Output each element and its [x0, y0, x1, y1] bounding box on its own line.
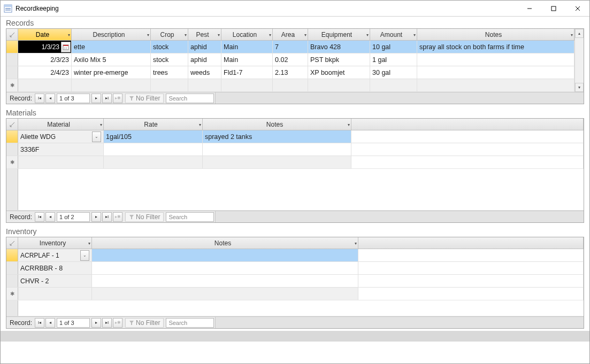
row-selector-header[interactable]	[6, 29, 18, 40]
cell-date[interactable]: 2/3/23	[18, 53, 72, 66]
cell-equipment[interactable]: Bravo 428	[308, 41, 370, 53]
cell-location[interactable]: Main	[221, 53, 273, 66]
dropdown-icon[interactable]: ▾	[355, 241, 357, 245]
cell-crop[interactable]: trees	[151, 66, 188, 79]
table-row[interactable]: CHVR - 2	[6, 275, 584, 288]
table-row[interactable]: ACRRBBR - 8	[6, 262, 584, 275]
cell-location[interactable]: Main	[221, 41, 273, 53]
dropdown-icon[interactable]: ▾	[218, 32, 220, 37]
close-button[interactable]	[565, 1, 589, 16]
cell-material[interactable]: 3336F	[18, 143, 104, 156]
table-row[interactable]: 2/3/23 Axilo Mix 5 stock aphid Main 0.02…	[6, 53, 574, 66]
next-record-button[interactable]: ▸	[91, 212, 101, 222]
cell-date[interactable]: 1/3/23	[18, 41, 72, 53]
column-header-location[interactable]: Location▾	[221, 29, 273, 40]
table-row[interactable]: 1/3/23 ette stock aphid Main 7 Bravo 428…	[6, 41, 574, 53]
new-record-row[interactable]	[6, 288, 584, 300]
row-selector[interactable]	[6, 275, 18, 287]
cell-inventory[interactable]: ACRRBBR - 8	[18, 262, 92, 274]
cell-area[interactable]: 7	[273, 41, 308, 53]
new-record-button[interactable]: ▸✱	[113, 318, 122, 328]
row-selector[interactable]	[6, 66, 18, 79]
cell-amount[interactable]: 30 gal	[370, 66, 417, 79]
cell-notes[interactable]: spray all stock on both farms if time	[417, 41, 574, 53]
row-selector[interactable]	[6, 262, 18, 274]
cell-rate[interactable]: 1gal/105	[104, 130, 203, 143]
scroll-down-button[interactable]: ▾	[575, 83, 584, 92]
column-header-date[interactable]: Date▾	[18, 29, 72, 40]
new-record-icon[interactable]	[6, 156, 18, 168]
table-row[interactable]: ACRPLAF - 1⌄	[6, 249, 584, 262]
row-selector[interactable]	[6, 53, 18, 66]
dropdown-icon[interactable]: ▾	[366, 32, 369, 37]
column-header-notes[interactable]: Notes▾	[92, 237, 358, 249]
column-header-material[interactable]: Material▾	[18, 119, 104, 130]
cell-area[interactable]: 0.02	[273, 53, 308, 66]
cell-area[interactable]: 2.13	[273, 66, 308, 79]
next-record-button[interactable]: ▸	[91, 318, 101, 328]
column-header-description[interactable]: Description▾	[72, 29, 151, 40]
dropdown-icon[interactable]: ▾	[88, 241, 90, 245]
row-selector[interactable]	[6, 249, 18, 261]
date-picker-icon[interactable]	[61, 42, 71, 52]
column-header-area[interactable]: Area▾	[273, 29, 308, 40]
column-header-crop[interactable]: Crop▾	[151, 29, 188, 40]
column-header-equipment[interactable]: Equipment▾	[308, 29, 370, 40]
row-selector-header[interactable]	[6, 237, 18, 249]
cell-notes[interactable]	[92, 249, 358, 261]
record-position[interactable]: 1 of 3	[57, 318, 90, 328]
record-position[interactable]: 1 of 3	[57, 94, 90, 103]
cell-pest[interactable]: aphid	[188, 41, 221, 53]
last-record-button[interactable]: ▸I	[102, 212, 112, 222]
horizontal-scrollbar[interactable]	[215, 92, 584, 104]
new-record-button[interactable]: ▸✱	[113, 212, 122, 222]
row-selector[interactable]	[6, 130, 18, 143]
table-row[interactable]: Aliette WDG⌄ 1gal/105 sprayed 2 tanks	[6, 130, 584, 143]
column-header-amount[interactable]: Amount▾	[370, 29, 417, 40]
cell-equipment[interactable]: XP boomjet	[308, 66, 370, 79]
cell-amount[interactable]: 10 gal	[370, 41, 417, 53]
cell-amount[interactable]: 1 gal	[370, 53, 417, 66]
row-selector-header[interactable]	[6, 119, 18, 130]
search-input[interactable]: Search	[166, 94, 214, 103]
new-record-icon[interactable]	[6, 79, 18, 91]
filter-button[interactable]: No Filter	[125, 212, 164, 222]
maximize-button[interactable]	[541, 1, 565, 16]
prev-record-button[interactable]: ◂	[45, 212, 55, 222]
combo-dropdown-icon[interactable]: ⌄	[92, 131, 101, 142]
cell-crop[interactable]: stock	[151, 41, 188, 53]
cell-notes[interactable]	[203, 143, 351, 156]
combo-dropdown-icon[interactable]: ⌄	[80, 250, 89, 261]
new-record-row[interactable]	[6, 79, 574, 92]
cell-notes[interactable]: sprayed 2 tanks	[203, 130, 351, 143]
last-record-button[interactable]: ▸I	[102, 318, 112, 328]
last-record-button[interactable]: ▸I	[102, 94, 112, 103]
dropdown-icon[interactable]: ▾	[571, 32, 573, 37]
filter-button[interactable]: No Filter	[125, 94, 164, 103]
dropdown-icon[interactable]: ▾	[304, 32, 307, 37]
cell-pest[interactable]: aphid	[188, 53, 221, 66]
cell-description[interactable]: ette	[72, 41, 151, 53]
cell-crop[interactable]: stock	[151, 53, 188, 66]
search-input[interactable]: Search	[166, 212, 214, 222]
new-record-row[interactable]	[6, 156, 584, 169]
column-header-notes[interactable]: Notes▾	[417, 29, 574, 40]
dropdown-icon[interactable]: ▾	[147, 32, 149, 37]
first-record-button[interactable]: I◂	[35, 318, 44, 328]
new-record-button[interactable]: ▸✱	[113, 94, 122, 103]
row-selector[interactable]	[6, 143, 18, 156]
scroll-up-button[interactable]: ▴	[575, 29, 584, 38]
cell-material[interactable]: Aliette WDG⌄	[18, 130, 104, 143]
prev-record-button[interactable]: ◂	[45, 94, 55, 103]
cell-inventory[interactable]: CHVR - 2	[18, 275, 92, 287]
dropdown-icon[interactable]: ▾	[269, 32, 271, 37]
dropdown-icon[interactable]: ▾	[68, 32, 70, 37]
cell-inventory[interactable]: ACRPLAF - 1⌄	[18, 249, 92, 261]
minimize-button[interactable]	[517, 1, 541, 16]
first-record-button[interactable]: I◂	[35, 94, 44, 103]
cell-description[interactable]: winter pre-emerge	[72, 66, 151, 79]
next-record-button[interactable]: ▸	[91, 94, 101, 103]
column-header-notes[interactable]: Notes▾	[203, 119, 351, 130]
cell-notes[interactable]	[417, 66, 574, 79]
horizontal-scrollbar[interactable]	[215, 317, 584, 328]
